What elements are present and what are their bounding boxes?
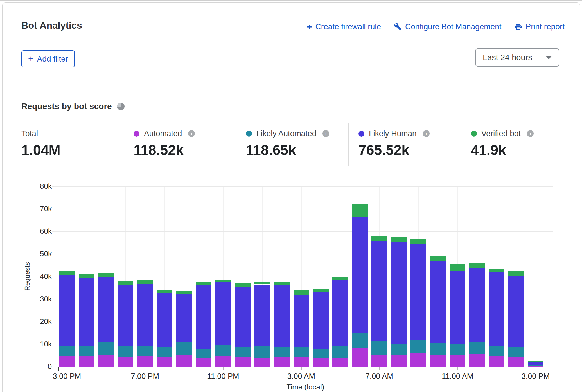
bar-segment-verified_bot[interactable] [508, 271, 524, 276]
bar-segment-verified_bot[interactable] [528, 361, 543, 362]
bar-segment-automated[interactable] [450, 355, 465, 367]
bar-segment-automated[interactable] [274, 357, 290, 367]
bar-segment-likely_human[interactable] [157, 293, 172, 347]
bar-segment-automated[interactable] [528, 366, 543, 367]
bar-segment-automated[interactable] [176, 355, 192, 367]
bar-segment-verified_bot[interactable] [410, 239, 426, 244]
bar-segment-likely_automated[interactable] [118, 346, 133, 357]
bar-segment-likely_automated[interactable] [79, 346, 94, 356]
bar-segment-likely_human[interactable] [274, 285, 290, 347]
bar-segment-automated[interactable] [371, 355, 387, 367]
bar-segment-likely_human[interactable] [254, 285, 270, 346]
bar-segment-likely_human[interactable] [59, 275, 75, 346]
bar-segment-likely_automated[interactable] [528, 365, 543, 366]
bar-segment-verified_bot[interactable] [137, 280, 153, 284]
bar-segment-verified_bot[interactable] [79, 274, 94, 278]
bar-segment-automated[interactable] [508, 357, 524, 367]
bar-segment-verified_bot[interactable] [254, 282, 270, 285]
bar-segment-automated[interactable] [98, 355, 114, 367]
bar-segment-likely_automated[interactable] [489, 346, 504, 356]
bar-segment-verified_bot[interactable] [215, 280, 231, 282]
bar-segment-likely_human[interactable] [137, 284, 153, 346]
bar-segment-automated[interactable] [410, 353, 426, 367]
bar-segment-verified_bot[interactable] [352, 204, 368, 217]
bar-segment-likely_human[interactable] [528, 362, 543, 365]
bar-segment-automated[interactable] [294, 357, 309, 367]
bar-segment-likely_human[interactable] [196, 285, 211, 349]
bar-segment-likely_automated[interactable] [137, 346, 153, 356]
bar-segment-verified_bot[interactable] [196, 282, 211, 285]
bar-segment-likely_automated[interactable] [313, 349, 329, 358]
bar-segment-likely_human[interactable] [79, 278, 94, 346]
bar-segment-likely_automated[interactable] [430, 343, 446, 355]
bar-segment-likely_human[interactable] [391, 242, 407, 344]
bar-segment-likely_automated[interactable] [254, 346, 270, 358]
bar-segment-likely_automated[interactable] [352, 333, 368, 348]
bar-segment-automated[interactable] [352, 348, 368, 367]
bar-segment-verified_bot[interactable] [98, 273, 114, 277]
bar-segment-likely_automated[interactable] [508, 347, 524, 357]
bar-segment-likely_human[interactable] [332, 280, 348, 346]
bar-segment-likely_human[interactable] [410, 244, 426, 340]
bar-segment-automated[interactable] [118, 357, 133, 367]
bar-segment-verified_bot[interactable] [430, 256, 446, 261]
bar-segment-verified_bot[interactable] [176, 291, 192, 294]
bar-segment-likely_automated[interactable] [98, 342, 114, 355]
bar-segment-verified_bot[interactable] [450, 264, 465, 271]
bar-segment-likely_human[interactable] [469, 268, 485, 342]
bar-segment-likely_automated[interactable] [215, 345, 231, 356]
bar-segment-automated[interactable] [59, 356, 75, 367]
bar-segment-likely_human[interactable] [371, 241, 387, 341]
bar-segment-likely_automated[interactable] [294, 347, 309, 358]
bar-segment-likely_automated[interactable] [371, 341, 387, 355]
bar-segment-automated[interactable] [469, 354, 485, 367]
bar-segment-automated[interactable] [332, 358, 348, 367]
bar-segment-verified_bot[interactable] [59, 271, 75, 275]
bar-segment-likely_human[interactable] [294, 295, 309, 347]
bar-segment-verified_bot[interactable] [235, 283, 251, 287]
bar-segment-likely_human[interactable] [450, 271, 465, 344]
bar-segment-verified_bot[interactable] [118, 281, 133, 285]
bar-segment-likely_human[interactable] [508, 276, 524, 347]
bar-segment-likely_human[interactable] [489, 272, 504, 346]
bar-segment-automated[interactable] [79, 356, 94, 367]
bar-segment-automated[interactable] [313, 358, 329, 367]
bar-segment-verified_bot[interactable] [469, 263, 485, 268]
bar-segment-likely_human[interactable] [352, 217, 368, 333]
bar-segment-verified_bot[interactable] [489, 269, 504, 272]
bar-segment-verified_bot[interactable] [391, 237, 407, 242]
bar-segment-likely_automated[interactable] [391, 344, 407, 355]
bar-segment-automated[interactable] [391, 355, 407, 367]
bar-segment-likely_human[interactable] [313, 292, 329, 349]
bar-segment-likely_automated[interactable] [469, 342, 485, 354]
bar-segment-automated[interactable] [196, 358, 211, 367]
bar-segment-likely_automated[interactable] [450, 344, 465, 355]
bar-segment-verified_bot[interactable] [332, 277, 348, 280]
bar-segment-automated[interactable] [489, 356, 504, 367]
bar-segment-verified_bot[interactable] [294, 290, 309, 295]
bar-segment-likely_automated[interactable] [157, 347, 172, 357]
bar-segment-likely_automated[interactable] [274, 347, 290, 357]
bar-segment-likely_human[interactable] [430, 261, 446, 343]
bar-segment-likely_automated[interactable] [235, 347, 251, 357]
bar-segment-likely_human[interactable] [235, 287, 251, 347]
bar-segment-automated[interactable] [157, 357, 172, 367]
bar-segment-likely_human[interactable] [118, 285, 133, 346]
bar-segment-likely_automated[interactable] [176, 342, 192, 355]
bar-segment-verified_bot[interactable] [157, 290, 172, 293]
bar-segment-likely_automated[interactable] [59, 346, 75, 356]
bar-segment-verified_bot[interactable] [313, 289, 329, 292]
bar-segment-automated[interactable] [254, 358, 270, 367]
bar-segment-likely_human[interactable] [215, 282, 231, 345]
bar-segment-likely_human[interactable] [98, 277, 114, 342]
bar-segment-automated[interactable] [137, 356, 153, 367]
bar-segment-verified_bot[interactable] [274, 282, 290, 285]
bar-segment-automated[interactable] [215, 356, 231, 367]
bar-segment-automated[interactable] [430, 355, 446, 367]
bar-segment-likely_automated[interactable] [332, 346, 348, 358]
bar-segment-automated[interactable] [235, 357, 251, 367]
bar-segment-verified_bot[interactable] [371, 236, 387, 241]
bar-segment-likely_automated[interactable] [196, 349, 211, 358]
bar-segment-likely_automated[interactable] [410, 340, 426, 353]
bar-segment-likely_human[interactable] [176, 294, 192, 342]
